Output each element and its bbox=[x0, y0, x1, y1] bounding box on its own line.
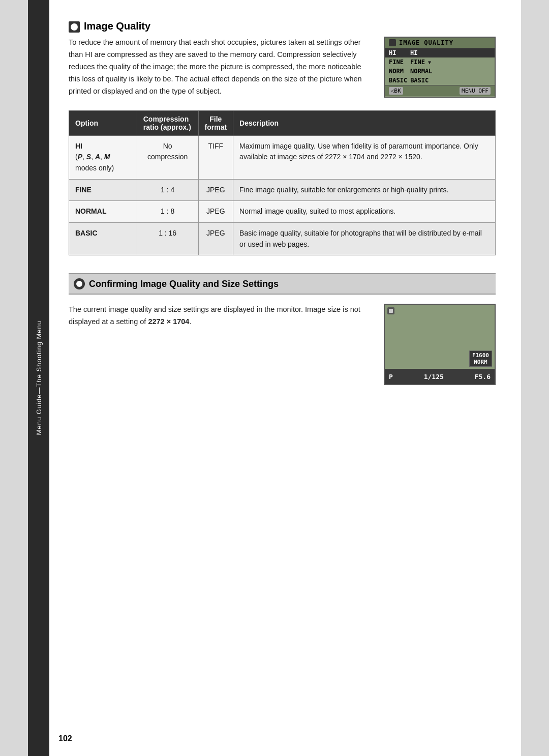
col-header-option: Option bbox=[69, 110, 137, 135]
vf-bottom-bar: P 1/125 F5.6 bbox=[385, 369, 495, 384]
vf-icon-inner bbox=[389, 309, 393, 313]
section2-bold: 2272 × 1704 bbox=[148, 317, 189, 326]
lcd-row-basic: BASIC BASIC bbox=[385, 76, 495, 85]
lcd-label-basic: BASIC bbox=[389, 77, 407, 84]
lcd-row-fine: FINE FINE ▼ bbox=[385, 57, 495, 67]
option-fine: FINE bbox=[69, 179, 137, 201]
option-basic: BASIC bbox=[69, 223, 137, 255]
table-row: FINE 1 : 4 JPEG Fine image quality, suit… bbox=[69, 179, 496, 201]
vf-top-left-icon bbox=[387, 307, 394, 314]
lcd-header-icon bbox=[389, 39, 396, 46]
page-container: Menu Guide—The Shooting Menu Image Quali… bbox=[28, 0, 521, 756]
section1-body: To reduce the amount of memory that each… bbox=[69, 37, 369, 98]
compression-hi: No compression bbox=[137, 135, 198, 179]
lcd-row-hi: HI HI bbox=[385, 48, 495, 57]
option-fine-label: FINE bbox=[75, 186, 92, 194]
section1-header: Image Quality bbox=[69, 20, 496, 33]
lcd-value-basic: BASIC bbox=[410, 77, 429, 84]
vf-aperture: F5.6 bbox=[475, 373, 491, 381]
format-hi: TIFF bbox=[198, 135, 233, 179]
format-fine: JPEG bbox=[198, 179, 233, 201]
lcd-footer-menu: MENU OFF bbox=[460, 87, 491, 95]
table-row: NORMAL 1 : 8 JPEG Normal image quality, … bbox=[69, 201, 496, 223]
section2-body-start: The current image quality and size setti… bbox=[69, 305, 360, 326]
content-area: To reduce the amount of memory that each… bbox=[69, 37, 496, 98]
format-basic: JPEG bbox=[198, 223, 233, 255]
vf-mode: P bbox=[389, 373, 393, 381]
page-number: 102 bbox=[58, 734, 72, 743]
sidebar-label: Menu Guide—The Shooting Menu bbox=[35, 321, 43, 435]
col-header-description: Description bbox=[233, 110, 496, 135]
camera-lcd: IMAGE QUALITY HI HI FINE FINE ▼ NORM NOR… bbox=[384, 37, 496, 98]
vf-quality-badge: F1600 NORM bbox=[469, 351, 492, 367]
lcd-label-fine: FINE bbox=[389, 59, 407, 66]
lcd-value-hi: HI bbox=[410, 49, 417, 56]
lcd-label-hi: HI bbox=[389, 49, 407, 56]
option-hi-label: HI bbox=[75, 142, 82, 150]
format-normal: JPEG bbox=[198, 201, 233, 223]
lcd-title: IMAGE QUALITY bbox=[399, 39, 453, 46]
option-normal-label: NORMAL bbox=[75, 207, 106, 215]
option-normal: NORMAL bbox=[69, 201, 137, 223]
viewfinder: F1600 NORM P 1/125 F5.6 bbox=[384, 304, 496, 385]
lcd-label-norm: NORM bbox=[389, 68, 407, 75]
section2-content: The current image quality and size setti… bbox=[69, 304, 496, 385]
col-header-compression: Compressionratio (approx.) bbox=[137, 110, 198, 135]
sidebar: Menu Guide—The Shooting Menu bbox=[28, 0, 49, 756]
section2: Confirming Image Quality and Size Settin… bbox=[69, 273, 496, 385]
lcd-row-norm: NORM NORMAL bbox=[385, 67, 495, 76]
lcd-value-fine: FINE bbox=[410, 59, 425, 66]
section2-body: The current image quality and size setti… bbox=[69, 304, 369, 328]
desc-normal: Normal image quality, suited to most app… bbox=[233, 201, 496, 223]
section2-body-end: . bbox=[189, 317, 191, 326]
option-hi-modes: (P, S, A, M modes only) bbox=[75, 153, 114, 172]
lcd-footer: ◁BK MENU OFF bbox=[385, 85, 495, 96]
vf-quality-line2: NORM bbox=[472, 359, 489, 365]
magnify-icon bbox=[74, 278, 85, 289]
table-header-row: Option Compressionratio (approx.) Filefo… bbox=[69, 110, 496, 135]
lcd-header: IMAGE QUALITY bbox=[385, 38, 495, 48]
section1-title: Image Quality bbox=[84, 20, 150, 32]
main-content: Image Quality To reduce the amount of me… bbox=[69, 20, 496, 385]
desc-hi: Maximum image quality. Use when fidelity… bbox=[233, 135, 496, 179]
lcd-footer-back: ◁BK bbox=[389, 87, 403, 95]
vf-quality-line1: F1600 bbox=[472, 352, 489, 359]
desc-fine: Fine image quality, suitable for enlarge… bbox=[233, 179, 496, 201]
desc-basic: Basic image quality, suitable for photog… bbox=[233, 223, 496, 255]
compression-fine: 1 : 4 bbox=[137, 179, 198, 201]
section2-title: Confirming Image Quality and Size Settin… bbox=[89, 279, 279, 289]
lcd-value-norm: NORMAL bbox=[410, 68, 432, 75]
lcd-arrow-fine: ▼ bbox=[428, 60, 431, 65]
compression-normal: 1 : 8 bbox=[137, 201, 198, 223]
table-row: HI (P, S, A, M modes only) No compressio… bbox=[69, 135, 496, 179]
col-header-format: Fileformat bbox=[198, 110, 233, 135]
quality-table: Option Compressionratio (approx.) Filefo… bbox=[69, 110, 496, 256]
table-row: BASIC 1 : 16 JPEG Basic image quality, s… bbox=[69, 223, 496, 255]
option-hi: HI (P, S, A, M modes only) bbox=[69, 135, 137, 179]
compression-basic: 1 : 16 bbox=[137, 223, 198, 255]
section2-header: Confirming Image Quality and Size Settin… bbox=[69, 273, 496, 295]
magnify-icon-inner bbox=[76, 281, 82, 287]
camera-icon bbox=[69, 21, 80, 33]
option-basic-label: BASIC bbox=[75, 229, 98, 237]
vf-shutter: 1/125 bbox=[424, 373, 444, 381]
